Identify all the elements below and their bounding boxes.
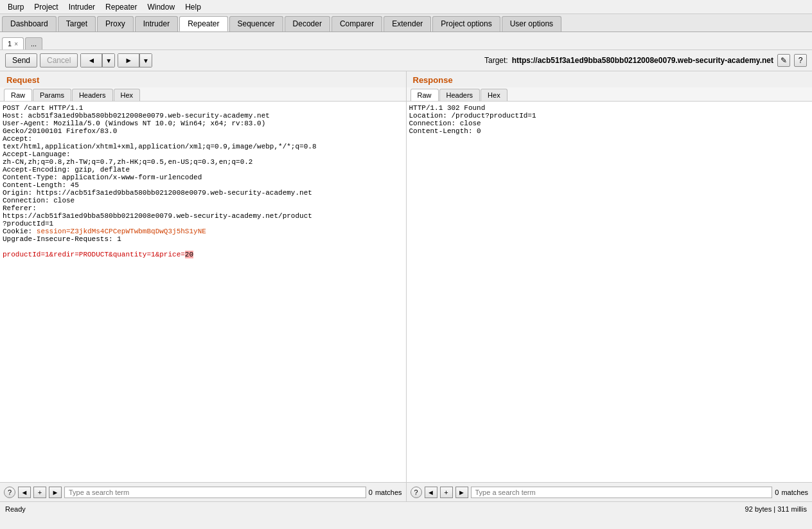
nav-back-button[interactable]: ◄: [81, 54, 102, 67]
request-search-options[interactable]: ►: [49, 487, 62, 498]
menu-repeater[interactable]: Repeater: [100, 1, 142, 13]
request-search-bar: ? ◄ + ► 0 matches: [0, 482, 406, 501]
close-tab-icon[interactable]: ×: [14, 40, 18, 48]
tab-comparer[interactable]: Comparer: [331, 16, 382, 31]
sub-tab-bar: 1 × ...: [0, 32, 812, 50]
menu-bar: Burp Project Intruder Repeater Window He…: [0, 0, 812, 14]
main-tab-bar: Dashboard Target Proxy Intruder Repeater…: [0, 14, 812, 32]
request-matches-label: matches: [375, 489, 402, 496]
menu-project[interactable]: Project: [29, 1, 63, 13]
tab-intruder[interactable]: Intruder: [135, 16, 178, 31]
status-ready: Ready: [5, 505, 26, 513]
request-tab-hex[interactable]: Hex: [114, 89, 141, 101]
sub-tab-1[interactable]: 1 ×: [2, 37, 24, 49]
tab-proxy[interactable]: Proxy: [97, 16, 134, 31]
response-search-input[interactable]: [471, 487, 773, 498]
response-search-next[interactable]: +: [440, 487, 453, 498]
tab-decoder[interactable]: Decoder: [285, 16, 330, 31]
response-tab-hex[interactable]: Hex: [481, 89, 508, 101]
target-info: Target: https://acb51f3a1ed9bba580bb0212…: [484, 54, 807, 67]
request-search-input[interactable]: [64, 487, 366, 498]
tab-project-options[interactable]: Project options: [432, 16, 500, 31]
request-matches-count: 0: [369, 489, 373, 496]
response-panel: Response Raw Headers Hex HTTP/1.1 302 Fo…: [407, 71, 813, 501]
help-button[interactable]: ?: [794, 54, 807, 67]
response-search-options[interactable]: ►: [455, 487, 468, 498]
tab-extender[interactable]: Extender: [384, 16, 431, 31]
status-info: 92 bytes | 311 millis: [745, 505, 807, 513]
response-matches-label: matches: [781, 489, 808, 496]
status-bar: Ready 92 bytes | 311 millis: [0, 501, 812, 516]
response-matches-count: 0: [775, 489, 779, 496]
response-search-prev[interactable]: ◄: [425, 487, 437, 498]
main-content: Request Raw Params Headers Hex POST /car…: [0, 71, 812, 501]
response-tabs: Raw Headers Hex: [407, 87, 813, 102]
request-tab-raw[interactable]: Raw: [4, 89, 32, 101]
menu-window[interactable]: Window: [142, 1, 180, 13]
edit-target-button[interactable]: ✎: [777, 54, 790, 67]
response-header: Response: [407, 71, 813, 87]
menu-help[interactable]: Help: [180, 1, 206, 13]
target-prefix: Target:: [484, 56, 508, 65]
tab-user-options[interactable]: User options: [502, 16, 561, 31]
tab-repeater[interactable]: Repeater: [179, 16, 227, 31]
response-tab-raw[interactable]: Raw: [410, 89, 439, 101]
request-search-help[interactable]: ?: [4, 487, 15, 498]
response-tab-headers[interactable]: Headers: [439, 89, 481, 101]
nav-back-group: ◄ ▼: [80, 53, 115, 67]
response-content: HTTP/1.1 302 Found Location: /product?pr…: [407, 102, 813, 482]
toolbar: Send Cancel ◄ ▼ ► ▼ Target: https://acb5…: [0, 50, 812, 71]
target-url: https://acb51f3a1ed9bba580bb0212008e0079…: [512, 56, 773, 65]
tab-target[interactable]: Target: [58, 16, 96, 31]
menu-burp[interactable]: Burp: [3, 1, 29, 13]
request-header: Request: [0, 71, 406, 87]
tab-sequencer[interactable]: Sequencer: [229, 16, 283, 31]
request-tab-params[interactable]: Params: [33, 89, 71, 101]
request-search-next[interactable]: +: [33, 487, 46, 498]
sub-tab-more[interactable]: ...: [25, 37, 42, 49]
response-search-bar: ? ◄ + ► 0 matches: [407, 482, 813, 501]
send-button[interactable]: Send: [5, 53, 37, 67]
nav-forward-button[interactable]: ►: [118, 54, 139, 67]
request-search-prev[interactable]: ◄: [18, 487, 31, 498]
request-panel: Request Raw Params Headers Hex POST /car…: [0, 71, 407, 501]
request-content[interactable]: POST /cart HTTP/1.1 Host: acb51f3a1ed9bb…: [0, 102, 406, 482]
tab-dashboard[interactable]: Dashboard: [2, 16, 57, 31]
request-tab-headers[interactable]: Headers: [72, 89, 113, 101]
menu-intruder[interactable]: Intruder: [64, 1, 100, 13]
cancel-button[interactable]: Cancel: [40, 53, 78, 67]
response-search-help[interactable]: ?: [410, 487, 422, 498]
nav-forward-arrow[interactable]: ▼: [139, 54, 152, 67]
request-tabs: Raw Params Headers Hex: [0, 87, 406, 102]
nav-back-arrow[interactable]: ▼: [102, 54, 114, 67]
nav-forward-group: ► ▼: [118, 53, 152, 67]
